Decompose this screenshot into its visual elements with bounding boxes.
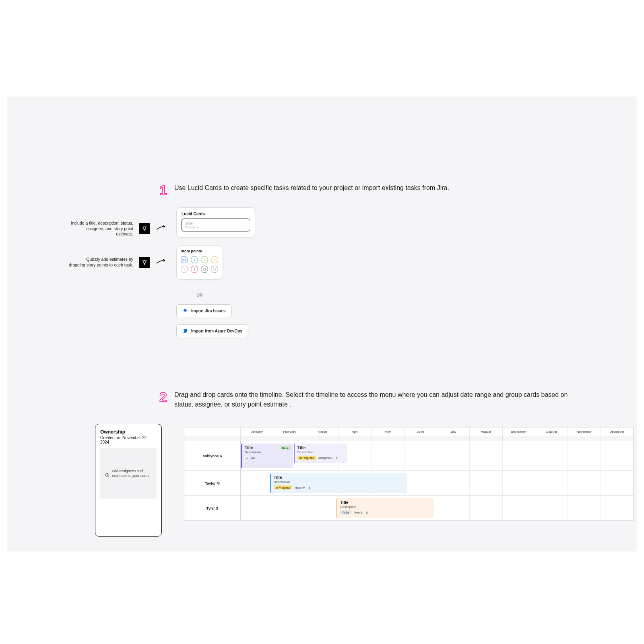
jira-icon: [182, 308, 188, 314]
step-2-number: 2: [159, 390, 167, 404]
step-2-text: Drag and drop cards onto the timeline. S…: [174, 390, 569, 409]
story-point-chip[interactable]: 3: [211, 256, 218, 263]
lucid-card-panel[interactable]: Lucid Cards Title Description: [176, 207, 255, 237]
timeline-row[interactable]: Ashlynne A Done Title Description 3 AA T…: [184, 441, 634, 471]
svg-point-7: [143, 260, 146, 263]
month-label: October: [535, 427, 568, 436]
svg-line-3: [142, 227, 143, 227]
lucid-card-header: Lucid Cards: [182, 212, 250, 216]
month-label: August: [470, 427, 502, 436]
row-assignee-label: Taylor M: [184, 471, 241, 495]
task-title: Title: [274, 475, 404, 480]
azure-devops-icon: [182, 328, 188, 334]
task-desc: Description: [297, 450, 345, 454]
svg-point-0: [143, 227, 146, 230]
timeline[interactable]: January February March April May June Ju…: [184, 427, 634, 521]
task-assignee: AA: [251, 456, 255, 459]
task-assignee: Taylor M: [295, 486, 305, 489]
task-card[interactable]: Done Title Description 3 AA: [241, 444, 293, 468]
ownership-card[interactable]: Ownership Created on: November 22, 2024 …: [95, 424, 162, 537]
story-point-bubble: 8: [308, 485, 312, 489]
story-point-chip[interactable]: 8: [191, 266, 198, 273]
tip-1: Include a title, description, status, as…: [69, 221, 168, 237]
tip-1-text: Include a title, description, status, as…: [69, 221, 133, 237]
tip-2-text: Quickly add estimates by dragging story …: [69, 257, 133, 268]
step-1-text: Use Lucid Cards to create specific tasks…: [174, 183, 449, 193]
task-desc: Description: [340, 505, 431, 509]
task-card[interactable]: Title Description In Progress Taylor M 8: [270, 473, 407, 493]
month-label: February: [273, 427, 306, 436]
task-desc: Description: [245, 450, 290, 454]
month-label: December: [601, 427, 634, 436]
task-assignee: Tyler S: [354, 511, 363, 514]
lucid-card-title-placeholder: Title: [185, 221, 246, 226]
lucid-card-desc-placeholder: Description: [185, 226, 246, 229]
status-badge: In Progress: [274, 485, 292, 489]
row-assignee-label: Ashlynne A: [184, 441, 241, 471]
ownership-hint-text: Add assignees and estimates to your card…: [112, 469, 152, 478]
ownership-title: Ownership: [100, 429, 157, 435]
svg-line-10: [142, 260, 143, 261]
month-label: June: [405, 427, 437, 436]
month-label: November: [568, 427, 601, 436]
timeline-row[interactable]: Taylor M Title Description In Progress T…: [184, 471, 634, 496]
story-points-panel[interactable]: Story points 0.5 1 2 3 5 8 13 21: [176, 246, 223, 280]
arrow-icon: [156, 224, 168, 233]
info-icon: [105, 472, 109, 476]
story-points-header: Story points: [181, 249, 219, 253]
timeline-row[interactable]: Tyler S Title Description To Do Tyler S …: [184, 496, 634, 521]
or-label: OR: [176, 293, 223, 297]
month-label: January: [241, 427, 273, 436]
story-point-chip[interactable]: 0.5: [181, 256, 188, 263]
timeline-header: January February March April May June Ju…: [184, 427, 634, 436]
story-point-chip[interactable]: 2: [201, 256, 208, 263]
lightbulb-icon: [139, 257, 150, 268]
task-desc: Description: [274, 480, 404, 484]
month-label: May: [372, 427, 404, 436]
import-jira-label: Import Jira Issues: [191, 309, 226, 313]
lightbulb-icon: [139, 223, 150, 234]
import-jira-button[interactable]: Import Jira Issues: [176, 304, 232, 317]
svg-point-16: [107, 474, 107, 475]
step-1-header: 1 Use Lucid Cards to create specific tas…: [159, 183, 449, 197]
month-label: July: [437, 427, 470, 436]
status-badge: To Do: [340, 510, 351, 514]
tip-2: Quickly add estimates by dragging story …: [69, 257, 168, 268]
task-assignee: Ashlynne A: [318, 456, 332, 459]
story-point-bubble: 8: [365, 510, 369, 514]
month-label: March: [306, 427, 339, 436]
task-title: Title: [297, 446, 345, 450]
import-azure-button[interactable]: Import from Azure DevOps: [176, 324, 248, 337]
step-2-header: 2 Drag and drop cards onto the timeline.…: [159, 390, 569, 409]
svg-line-11: [146, 260, 146, 261]
story-point-bubble: 3: [245, 456, 249, 460]
story-point-chip[interactable]: 5: [181, 266, 188, 273]
task-card[interactable]: Title Description In Progress Ashlynne A…: [294, 444, 347, 463]
story-point-chip[interactable]: 21: [211, 266, 218, 273]
story-point-bubble: 5: [335, 456, 339, 460]
task-card[interactable]: Title Description To Do Tyler S 8: [336, 498, 434, 518]
status-badge-done: Done: [280, 446, 291, 450]
task-title: Title: [340, 500, 431, 505]
month-label: April: [339, 427, 372, 436]
story-point-chip[interactable]: 13: [201, 266, 208, 273]
timeline-spacer: [184, 436, 634, 441]
status-badge: In Progress: [297, 456, 316, 460]
arrow-icon: [156, 258, 168, 267]
step-1-number: 1: [159, 183, 167, 197]
month-label: September: [503, 427, 535, 436]
svg-line-4: [146, 227, 146, 227]
row-assignee-label: Tyler S: [184, 496, 241, 520]
story-point-chip[interactable]: 1: [191, 256, 198, 263]
ownership-hint-box: Add assignees and estimates to your card…: [100, 448, 157, 499]
import-azure-label: Import from Azure DevOps: [191, 329, 242, 333]
ownership-date: Created on: November 22, 2024: [100, 436, 157, 444]
lucid-card-body[interactable]: Title Description: [182, 219, 250, 231]
